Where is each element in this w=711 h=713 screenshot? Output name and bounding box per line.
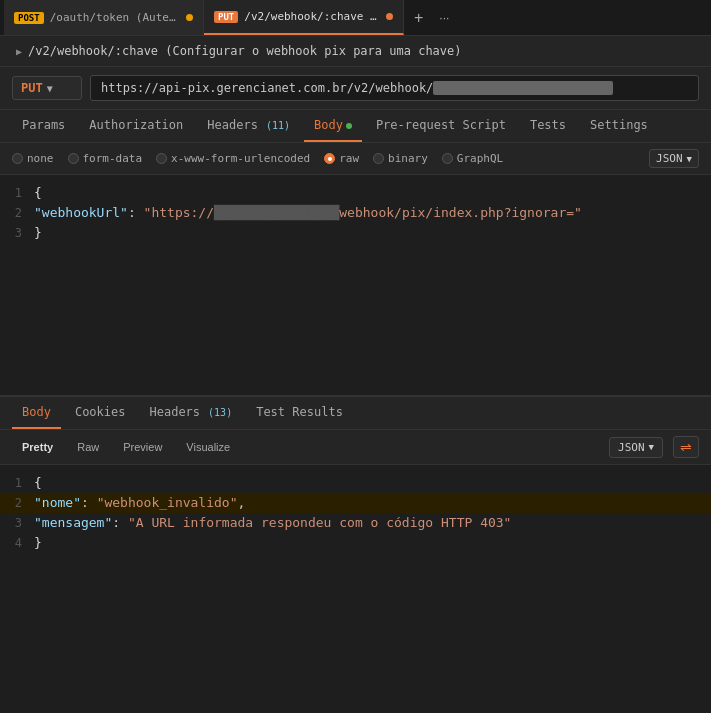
tab-put-label: /v2/webhook/:chave (Configura... <box>244 10 380 23</box>
radio-raw[interactable]: raw <box>324 152 359 165</box>
res-line-3: 3 "mensagem": "A URL informada respondeu… <box>0 513 711 533</box>
radio-form-data-dot <box>68 153 79 164</box>
request-body-editor[interactable]: 1 { 2 "webhookUrl": "https://███████████… <box>0 175 711 395</box>
breadcrumb: ▶ /v2/webhook/:chave (Configurar o webho… <box>0 36 711 67</box>
wrap-button[interactable]: ⇌ <box>673 436 699 458</box>
method-select[interactable]: PUT ▼ <box>12 76 82 100</box>
headers-badge: (11) <box>260 120 290 131</box>
tab-body[interactable]: Body <box>304 110 362 142</box>
req-line-num-3: 3 <box>4 223 34 243</box>
radio-graphql-dot <box>442 153 453 164</box>
response-visualize-btn[interactable]: Visualize <box>176 437 240 457</box>
tab-settings[interactable]: Settings <box>580 110 658 142</box>
req-code-1: { <box>34 183 42 203</box>
res-line-num-1: 1 <box>4 473 34 493</box>
response-tab-cookies[interactable]: Cookies <box>65 397 136 429</box>
response-body-editor: 1 { 2 "nome": "webhook_invalido", 3 "men… <box>0 465 711 561</box>
res-line-4: 4 } <box>0 533 711 553</box>
tab-actions: + ··· <box>408 7 455 29</box>
request-tabs: Params Authorization Headers (11) Body P… <box>0 110 711 143</box>
response-preview-btn[interactable]: Preview <box>113 437 172 457</box>
req-line-num-2: 2 <box>4 203 34 223</box>
response-section: Body Cookies Headers (13) Test Results P… <box>0 395 711 561</box>
response-json-select[interactable]: JSON ▼ <box>609 437 663 458</box>
radio-raw-dot <box>324 153 335 164</box>
tab-authorization[interactable]: Authorization <box>79 110 193 142</box>
url-bar: PUT ▼ https://api-pix.gerencianet.com.br… <box>0 67 711 110</box>
response-tab-body[interactable]: Body <box>12 397 61 429</box>
res-code-4: } <box>34 533 42 553</box>
json-type-chevron-icon: ▼ <box>687 154 692 164</box>
radio-graphql[interactable]: GraphQL <box>442 152 503 165</box>
tab-post-method: POST <box>14 12 44 24</box>
tab-bar: POST /oauth/token (Autenticação) PUT /v2… <box>0 0 711 36</box>
breadcrumb-arrow-icon: ▶ <box>16 46 22 57</box>
req-line-1: 1 { <box>0 183 711 203</box>
res-line-num-3: 3 <box>4 513 34 533</box>
body-type-bar: none form-data x-www-form-urlencoded raw… <box>0 143 711 175</box>
radio-binary-dot <box>373 153 384 164</box>
response-json-label: JSON <box>618 441 645 454</box>
url-text: https://api-pix.gerencianet.com.br/v2/we… <box>101 81 433 95</box>
radio-urlencoded[interactable]: x-www-form-urlencoded <box>156 152 310 165</box>
tab-post-label: /oauth/token (Autenticação) <box>50 11 180 24</box>
res-line-2: 2 "nome": "webhook_invalido", <box>0 493 711 513</box>
response-toolbar: Pretty Raw Preview Visualize JSON ▼ ⇌ <box>0 430 711 465</box>
response-tab-test-results[interactable]: Test Results <box>246 397 353 429</box>
json-type-label: JSON <box>656 152 683 165</box>
radio-urlencoded-dot <box>156 153 167 164</box>
more-tabs-button[interactable]: ··· <box>433 9 455 27</box>
res-line-num-4: 4 <box>4 533 34 553</box>
radio-form-data[interactable]: form-data <box>68 152 143 165</box>
tab-prerequest[interactable]: Pre-request Script <box>366 110 516 142</box>
breadcrumb-text: /v2/webhook/:chave (Configurar o webhook… <box>28 44 461 58</box>
res-code-1: { <box>34 473 42 493</box>
tab-params[interactable]: Params <box>12 110 75 142</box>
response-tabs: Body Cookies Headers (13) Test Results <box>0 397 711 430</box>
response-tab-headers[interactable]: Headers (13) <box>139 397 242 429</box>
tab-headers[interactable]: Headers (11) <box>197 110 300 142</box>
radio-none-dot <box>12 153 23 164</box>
req-code-3: } <box>34 223 42 243</box>
req-line-3: 3 } <box>0 223 711 243</box>
tab-post-dot <box>186 14 193 21</box>
tab-tests[interactable]: Tests <box>520 110 576 142</box>
method-chevron-icon: ▼ <box>47 83 53 94</box>
json-type-select[interactable]: JSON ▼ <box>649 149 699 168</box>
radio-binary[interactable]: binary <box>373 152 428 165</box>
req-line-2: 2 "webhookUrl": "https://███████████████… <box>0 203 711 223</box>
response-raw-btn[interactable]: Raw <box>67 437 109 457</box>
tab-put[interactable]: PUT /v2/webhook/:chave (Configura... <box>204 0 404 35</box>
req-line-num-1: 1 <box>4 183 34 203</box>
radio-none[interactable]: none <box>12 152 54 165</box>
response-json-chevron-icon: ▼ <box>649 442 654 452</box>
res-line-num-2: 2 <box>4 493 34 513</box>
res-line-1: 1 { <box>0 473 711 493</box>
body-dot-indicator <box>346 123 352 129</box>
tab-put-dot <box>386 13 393 20</box>
response-pretty-btn[interactable]: Pretty <box>12 437 63 457</box>
response-headers-badge: (13) <box>202 407 232 418</box>
url-input[interactable]: https://api-pix.gerencianet.com.br/v2/we… <box>90 75 699 101</box>
method-label: PUT <box>21 81 43 95</box>
tab-put-method: PUT <box>214 11 238 23</box>
tab-post[interactable]: POST /oauth/token (Autenticação) <box>4 0 204 35</box>
add-tab-button[interactable]: + <box>408 7 429 29</box>
